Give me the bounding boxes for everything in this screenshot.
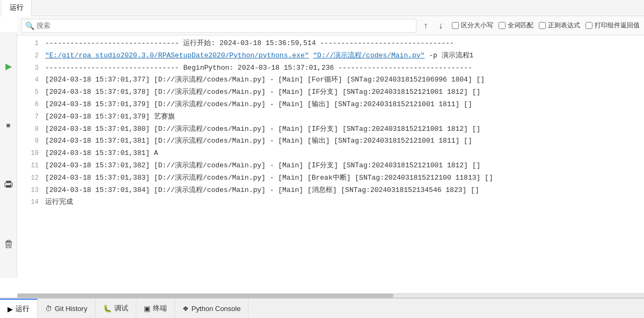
log-line-text: -------------------------------- 运行开始: 2… xyxy=(45,38,454,49)
line-number: 11 xyxy=(21,161,39,171)
print-return-checkbox[interactable]: 打印组件返回值 xyxy=(586,21,640,30)
line-number: 5 xyxy=(21,87,39,98)
log-row: 9[2024-03-18 15:37:01,381] [D://演示流程/cod… xyxy=(17,135,644,147)
terminal-icon: ▣ xyxy=(144,305,150,313)
line-number: 13 xyxy=(21,186,39,196)
delete-button[interactable] xyxy=(3,238,14,250)
stop-button[interactable]: ■ xyxy=(3,120,14,131)
svg-point-3 xyxy=(10,184,11,185)
log-row: 5[2024-03-18 15:37:01,378] [D://演示流程/cod… xyxy=(17,86,644,99)
log-row: 7[2024-03-18 15:37:01,379] 艺赛旗 xyxy=(17,111,644,123)
search-box: 🔍 xyxy=(21,19,416,33)
log-row: 6[2024-03-18 15:37:01,379] [D://演示流程/cod… xyxy=(17,99,644,111)
log-link[interactable]: "E:/git/rpa_studio2020.3.0/RPASetupDate2… xyxy=(45,51,309,60)
play-button[interactable]: ▶ xyxy=(3,60,14,72)
line-number: 2 xyxy=(21,51,39,61)
bottom-tab-run[interactable]: ▶ 运行 xyxy=(0,299,38,318)
log-line-text: [2024-03-18 15:37:01,383] [D://演示流程/code… xyxy=(45,173,493,184)
print-button[interactable] xyxy=(3,179,14,190)
bottom-tab-python-console[interactable]: ❖ Python Console xyxy=(175,299,249,318)
log-row: 13[2024-03-18 15:37:01,384] [D://演示流程/co… xyxy=(17,184,644,197)
log-line-text: -------------------------------- BeginPy… xyxy=(45,63,472,74)
log-link[interactable]: "D://演示流程/codes/Main.py" xyxy=(313,51,425,60)
log-line-text: [2024-03-18 15:37:01,379] [D://演示流程/code… xyxy=(45,99,472,110)
search-icon: 🔍 xyxy=(25,21,34,30)
svg-rect-0 xyxy=(6,181,11,183)
bottom-tab-git-history[interactable]: ⏱ Git History xyxy=(38,299,96,318)
log-line-text: "E:/git/rpa_studio2020.3.0/RPASetupDate2… xyxy=(45,50,473,62)
debug-icon: 🐛 xyxy=(103,305,112,313)
log-line-text: [2024-03-18 15:37:01,380] [D://演示流程/code… xyxy=(45,124,480,135)
log-row: 14运行完成 xyxy=(17,196,644,209)
line-number: 4 xyxy=(21,75,39,85)
line-number: 14 xyxy=(21,197,39,208)
log-line-text: 运行完成 xyxy=(45,197,73,208)
log-line-text: [2024-03-18 15:37:01,377] [D://演示流程/code… xyxy=(45,75,485,86)
regex-checkbox[interactable]: 正则表达式 xyxy=(539,21,580,30)
search-input[interactable] xyxy=(36,21,413,29)
scroll-up-button[interactable]: ↑ xyxy=(420,20,431,32)
case-sensitive-checkbox[interactable]: 区分大小写 xyxy=(452,21,493,30)
svg-rect-5 xyxy=(7,240,10,241)
line-number: 12 xyxy=(21,173,39,183)
search-toolbar: 🔍 ↑ ↓ 区分大小写 全词匹配 正则表达式 xyxy=(17,16,644,35)
log-line-text: [2024-03-18 15:37:01,379] 艺赛旗 xyxy=(45,112,175,123)
line-number: 8 xyxy=(21,124,39,135)
line-number: 3 xyxy=(21,63,39,73)
horizontal-scrollbar[interactable] xyxy=(17,293,644,298)
log-row: 8[2024-03-18 15:37:01,380] [D://演示流程/cod… xyxy=(17,123,644,136)
line-number: 9 xyxy=(21,136,39,146)
log-row: 1-------------------------------- 运行开始: … xyxy=(17,38,644,50)
log-output-area: 1-------------------------------- 运行开始: … xyxy=(17,35,644,293)
log-row: 4[2024-03-18 15:37:01,377] [D://演示流程/cod… xyxy=(17,74,644,86)
scroll-down-button[interactable]: ↓ xyxy=(435,20,447,32)
line-number: 7 xyxy=(21,112,39,122)
log-row: 3-------------------------------- BeginP… xyxy=(17,62,644,75)
log-line-text: [2024-03-18 15:37:01,378] [D://演示流程/code… xyxy=(45,87,480,98)
log-row: 2"E:/git/rpa_studio2020.3.0/RPASetupDate… xyxy=(17,50,644,62)
log-line-text: [2024-03-18 15:37:01,384] [D://演示流程/code… xyxy=(45,185,479,196)
log-line-text: [2024-03-18 15:37:01,381] A xyxy=(45,148,158,159)
line-number: 1 xyxy=(21,39,39,49)
log-line-text: [2024-03-18 15:37:01,381] [D://演示流程/code… xyxy=(45,136,472,147)
bottom-tab-bar: ▶ 运行 ⏱ Git History 🐛 调试 ▣ 终端 ❖ Python Co… xyxy=(0,298,644,318)
log-row: 10[2024-03-18 15:37:01,381] A xyxy=(17,147,644,160)
top-tab-bar: 运行 xyxy=(0,0,644,16)
python-console-icon: ❖ xyxy=(182,305,189,313)
bottom-tab-terminal[interactable]: ▣ 终端 xyxy=(136,299,175,318)
bottom-tab-debug[interactable]: 🐛 调试 xyxy=(96,299,136,318)
tab-run[interactable]: 运行 xyxy=(2,0,32,16)
log-line-text: [2024-03-18 15:37:01,382] [D://演示流程/code… xyxy=(45,160,480,172)
left-sidebar-buttons: ▶ ■ xyxy=(0,32,17,278)
log-row: 12[2024-03-18 15:37:01,383] [D://演示流程/co… xyxy=(17,172,644,184)
log-row: 11[2024-03-18 15:37:01,382] [D://演示流程/co… xyxy=(17,160,644,172)
filter-options: 区分大小写 全词匹配 正则表达式 打印组件返回值 xyxy=(452,21,640,30)
run-tab-icon: ▶ xyxy=(8,305,13,313)
whole-word-checkbox[interactable]: 全词匹配 xyxy=(499,21,533,30)
line-number: 6 xyxy=(21,100,39,110)
svg-rect-2 xyxy=(6,185,11,188)
line-number: 10 xyxy=(21,149,39,159)
git-history-icon: ⏱ xyxy=(45,305,52,313)
